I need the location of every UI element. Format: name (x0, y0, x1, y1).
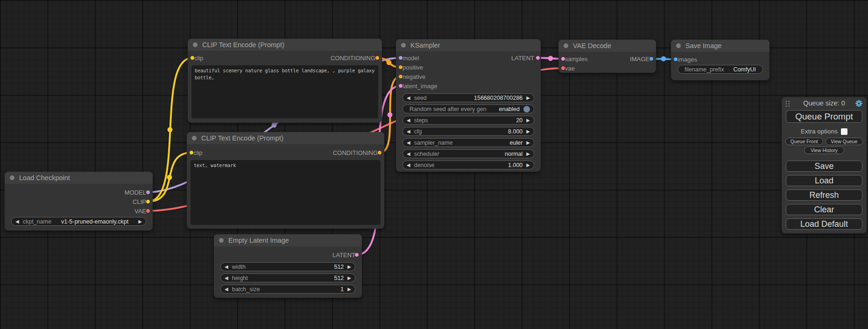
widget-value: enabled (490, 106, 520, 112)
collapse-dot-icon[interactable] (564, 43, 568, 48)
arrow-right-icon[interactable]: ▶ (526, 152, 530, 156)
toggle-icon[interactable] (523, 106, 530, 112)
ckpt-name-widget[interactable]: ◀ ckpt_name v1-5-pruned-emaonly.ckpt ▶ (11, 217, 146, 226)
collapse-dot-icon[interactable] (676, 43, 681, 48)
widget-label: cfg (414, 128, 422, 135)
save-button[interactable]: Save (786, 161, 862, 172)
widget-value[interactable]: 512 (249, 264, 344, 270)
widget-value[interactable]: 1 (263, 286, 344, 293)
widget-value[interactable]: 20 (432, 117, 523, 124)
node-vae-decode[interactable]: VAE Decode samples IMAGE vae (558, 40, 656, 73)
prompt-textarea[interactable]: text, watermark (191, 160, 381, 225)
node-titlebar[interactable]: Save Image (671, 40, 769, 52)
arrow-left-icon[interactable]: ◀ (407, 129, 410, 134)
link-dot-cond2 (388, 112, 393, 118)
load-default-button[interactable]: Load Default (786, 218, 862, 230)
node-load-checkpoint[interactable]: Load Checkpoint MODEL CLIP VAE ◀ ckpt_na… (5, 172, 153, 231)
filename-prefix-widget[interactable]: filename_prefix ComfyUI (677, 65, 763, 74)
collapse-dot-icon[interactable] (192, 136, 197, 140)
widget-value[interactable]: 512 (252, 275, 344, 281)
arrow-right-icon[interactable]: ▶ (526, 129, 530, 134)
output-label-model: MODEL (125, 189, 146, 196)
input-label-model: model (402, 55, 419, 62)
arrow-left-icon[interactable]: ◀ (15, 219, 19, 224)
input-label-positive: positive (402, 64, 423, 71)
denoise-widget[interactable]: ◀ denoise 1.000 ▶ (402, 161, 534, 169)
node-titlebar[interactable]: KSampler (396, 39, 541, 51)
steps-widget[interactable]: ◀ steps 20 ▶ (402, 116, 534, 125)
view-queue-button[interactable]: View Queue (826, 138, 863, 145)
settings-gear-icon[interactable] (855, 99, 863, 107)
collapse-dot-icon[interactable] (219, 238, 224, 243)
width-widget[interactable]: ◀ width 512 ▶ (220, 262, 355, 271)
arrow-right-icon[interactable]: ▶ (526, 118, 530, 123)
node-empty-latent-image[interactable]: Empty Latent Image LATENT ◀ width 512 ▶ … (214, 234, 362, 298)
arrow-right-icon[interactable]: ▶ (347, 276, 351, 280)
arrow-left-icon[interactable]: ◀ (407, 152, 410, 156)
node-clip-text-encode-negative[interactable]: CLIP Text Encode (Prompt) clip CONDITION… (187, 132, 384, 229)
arrow-left-icon[interactable]: ◀ (407, 96, 410, 100)
seed-widget[interactable]: ◀ seed 156680208700286 ▶ (402, 93, 534, 102)
arrow-right-icon[interactable]: ▶ (526, 140, 530, 145)
collapse-dot-icon[interactable] (193, 42, 198, 47)
queue-size-label: Queue size: 0 (803, 99, 845, 107)
scheduler-widget[interactable]: ◀ scheduler normal ▶ (402, 149, 534, 158)
queue-front-button[interactable]: Queue Front (785, 138, 823, 145)
output-label-latent: LATENT (511, 55, 534, 62)
arrow-right-icon[interactable]: ▶ (347, 287, 351, 292)
node-titlebar[interactable]: CLIP Text Encode (Prompt) (188, 39, 382, 51)
sampler-name-widget[interactable]: ◀ sampler_name euler ▶ (402, 138, 534, 147)
input-label-samples: samples (565, 56, 587, 63)
collapse-dot-icon[interactable] (401, 43, 406, 48)
node-clip-text-encode-positive[interactable]: CLIP Text Encode (Prompt) clip CONDITION… (188, 39, 382, 123)
collapse-dot-icon[interactable] (10, 175, 14, 180)
arrow-right-icon[interactable]: ▶ (347, 265, 351, 269)
widget-label: Random seed after every gen (409, 106, 487, 112)
extra-options-checkbox[interactable] (841, 128, 847, 135)
input-label-clip: clip (194, 55, 204, 62)
widget-value[interactable]: 8.000 (425, 128, 522, 135)
load-button[interactable]: Load (786, 175, 862, 186)
prompt-textarea[interactable]: beautiful scenery nature glass bottle la… (191, 65, 378, 119)
node-save-image[interactable]: Save Image images filename_prefix ComfyU… (671, 40, 769, 80)
drag-handle-icon[interactable] (785, 100, 790, 107)
node-titlebar[interactable]: CLIP Text Encode (Prompt) (187, 132, 384, 144)
queue-prompt-button[interactable]: Queue Prompt (786, 110, 862, 123)
arrow-right-icon[interactable]: ▶ (138, 219, 142, 224)
node-title: Save Image (685, 42, 721, 49)
height-widget[interactable]: ◀ height 512 ▶ (220, 273, 355, 282)
arrow-left-icon[interactable]: ◀ (225, 276, 228, 280)
input-label-negative: negative (402, 73, 425, 80)
node-title: KSampler (410, 42, 440, 49)
arrow-left-icon[interactable]: ◀ (225, 265, 228, 269)
cfg-widget[interactable]: ◀ cfg 8.000 ▶ (402, 127, 534, 136)
widget-value[interactable]: 1.000 (438, 162, 523, 168)
node-titlebar[interactable]: Empty Latent Image (214, 234, 362, 246)
random-seed-widget[interactable]: Random seed after every gen enabled (402, 105, 534, 113)
refresh-button[interactable]: Refresh (786, 189, 862, 201)
arrow-left-icon[interactable]: ◀ (407, 140, 410, 145)
node-titlebar[interactable]: Load Checkpoint (5, 172, 153, 184)
arrow-left-icon[interactable]: ◀ (407, 118, 410, 123)
input-label-vae: vae (565, 65, 575, 72)
node-title: CLIP Text Encode (Prompt) (201, 134, 283, 142)
widget-label: sampler_name (414, 140, 453, 146)
link-dot-latent2 (548, 56, 553, 61)
output-label-latent: LATENT (332, 252, 355, 259)
widget-label: width (232, 264, 246, 270)
widget-value[interactable]: euler (456, 140, 522, 146)
view-history-button[interactable]: View History (804, 147, 844, 154)
arrow-right-icon[interactable]: ▶ (526, 96, 530, 100)
node-titlebar[interactable]: VAE Decode (558, 40, 656, 52)
arrow-left-icon[interactable]: ◀ (407, 163, 410, 168)
widget-value[interactable]: 156680208700286 (430, 95, 522, 101)
node-ksampler[interactable]: KSampler model LATENT positive negative … (396, 39, 541, 172)
batch-size-widget[interactable]: ◀ batch_size 1 ▶ (220, 285, 355, 294)
widget-value[interactable]: v1-5-pruned-emaonly.ckpt (55, 218, 134, 225)
widget-value[interactable]: ComfyUI (728, 66, 759, 73)
arrow-right-icon[interactable]: ▶ (526, 163, 530, 168)
clear-button[interactable]: Clear (786, 204, 862, 215)
widget-value[interactable]: normal (443, 151, 522, 157)
input-label-latent-image: latent_image (402, 83, 437, 90)
arrow-left-icon[interactable]: ◀ (225, 287, 228, 292)
